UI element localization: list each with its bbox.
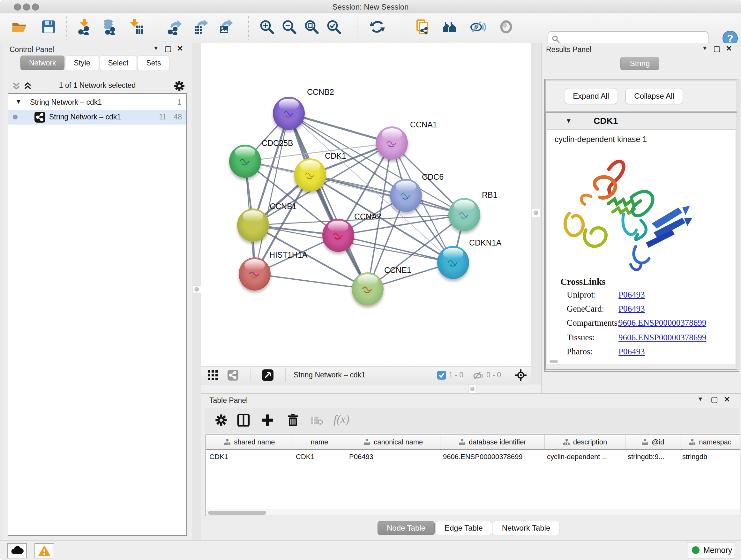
collapse-all-button[interactable]: Collapse All [625,88,683,104]
protein-card-header[interactable]: ▼ CDK1 [546,113,737,129]
crosslink-pharos-link[interactable]: P06493 [618,347,645,357]
tab-network-table[interactable]: Network Table [493,521,560,535]
tab-string[interactable]: String [620,57,659,70]
tab-select[interactable]: Select [99,56,137,70]
network-row-selected[interactable]: String Network – cdk1 11 48 [8,110,186,125]
birds-eye-view-icon[interactable] [262,369,273,381]
app-store-button[interactable] [7,543,27,558]
export-table-button[interactable] [193,18,211,38]
crosslink-genecard-link[interactable]: P06493 [618,304,645,314]
table-row[interactable]: CDK1 CDK1 P06493 9606.ENSP00000378699 cy… [206,450,740,464]
hide-graphics-button[interactable] [469,18,488,38]
export-network-button[interactable] [166,18,185,38]
column-header-description[interactable]: description [545,435,626,449]
tab-network[interactable]: Network [20,56,64,70]
tab-style[interactable]: Style [65,56,98,70]
add-column-plus-icon[interactable] [261,414,274,427]
node-CCNB1[interactable] [237,208,269,242]
zoom-selected-button[interactable] [326,18,344,38]
tab-node-table[interactable]: Node Table [378,521,434,535]
crosslink-compartments-link[interactable]: 9606.ENSP00000378699 [618,318,706,328]
column-header-id[interactable]: @id [625,435,680,449]
share-view-icon[interactable] [227,370,239,381]
left-splitter-grip[interactable] [193,286,201,294]
node-CCNA2[interactable] [322,219,354,252]
zoom-out-button[interactable] [281,18,299,38]
node-CDC25B[interactable] [229,145,261,178]
import-table-button[interactable] [128,18,146,38]
fit-selected-crosshair-icon[interactable] [515,369,527,381]
column-header-database-identifier[interactable]: database identifier [441,435,545,449]
collection-collapse-caret[interactable]: ▼ [15,98,22,105]
node-CDC6[interactable] [390,179,422,212]
protein-collapse-caret[interactable]: ▼ [565,117,572,125]
network-edges [201,43,531,366]
panel-close-icon[interactable]: ✕ [724,395,730,404]
crosslink-uniprot-link[interactable]: P06493 [618,290,645,300]
results-vertical-scrollbar[interactable] [737,79,740,371]
expand-all-button[interactable]: Expand All [565,88,617,104]
tab-edge-table[interactable]: Edge Table [435,521,492,535]
node-label-CCNB1: CCNB1 [270,202,297,211]
cell-shared-name[interactable]: CDK1 [206,450,293,464]
network-options-gear-icon[interactable] [174,80,185,91]
right-splitter[interactable] [531,43,542,393]
cell-namespace[interactable]: stringdb [679,450,738,464]
warnings-button[interactable] [35,543,54,558]
network-collection-row[interactable]: ▼ String Network – cdk1 1 [8,95,186,110]
show-graphics-button[interactable] [498,18,516,38]
node-CCNA1[interactable] [376,126,408,160]
open-session-button[interactable] [11,18,29,38]
save-session-button[interactable] [40,18,59,38]
network-overview-button[interactable] [442,18,460,38]
panel-float-icon[interactable]: ▼ [697,395,703,402]
panel-float-icon[interactable]: ▼ [702,45,708,52]
import-network-from-database-button[interactable] [102,18,120,38]
show-columns-icon[interactable] [237,414,250,427]
cell-description[interactable]: cyclin-dependent ... [544,450,624,464]
memory-button[interactable]: Memory [687,542,735,558]
panel-maximize-icon[interactable]: ▢ [713,44,721,53]
crosslink-label: Uniprot: [567,290,596,300]
import-network-button[interactable] [76,18,94,38]
column-header-shared-name[interactable]: shared name [206,435,293,449]
column-header-namespace[interactable]: namespac [680,435,740,449]
cell-id[interactable]: stringdb:9... [624,450,679,464]
clone-network-button[interactable] [414,18,433,38]
footer-separator [285,368,286,382]
left-splitter[interactable] [192,43,201,540]
export-image-button[interactable] [218,18,236,38]
node-label-CDK1: CDK1 [325,151,346,161]
zoom-fit-button[interactable] [303,18,322,38]
node-HIST1H1A[interactable] [239,257,271,291]
crosslink-tissues-link[interactable]: 9606.ENSP00000378699 [618,333,706,343]
network-view-canvas[interactable]: CCNB2 CCNA1 CDC25B CDK1 CDC6 RB1 CCNB1 C… [201,43,531,366]
node-RB1[interactable] [448,198,480,231]
node-CCNE1[interactable] [352,272,384,306]
node-CCNB2[interactable] [273,97,305,130]
node-CDKN1A[interactable] [437,246,469,279]
panel-maximize-icon[interactable]: ▢ [164,44,172,53]
delete-trash-icon[interactable] [286,414,299,427]
zoom-in-button[interactable] [259,18,277,38]
refresh-button[interactable] [369,18,387,38]
node-CDK1[interactable] [294,159,326,192]
table-scroll-thumb[interactable] [208,511,266,515]
panel-maximize-icon[interactable]: ▢ [711,395,718,404]
grid-view-icon[interactable] [207,370,218,381]
tab-sets[interactable]: Sets [138,56,170,70]
panel-close-icon[interactable]: ✕ [726,44,732,53]
card-horizontal-scroll-thumb[interactable] [549,360,558,363]
table-settings-gear-icon[interactable] [215,414,227,427]
panel-float-icon[interactable]: ▼ [153,45,159,52]
right-splitter-grip[interactable] [532,209,540,217]
cell-canonical-name[interactable]: P06493 [346,450,440,464]
selected-checkbox-icon[interactable] [437,371,446,380]
bottom-splitter-grip[interactable] [468,385,477,393]
table-horizontal-scrollbar[interactable] [206,509,740,516]
column-header-name[interactable]: name [293,435,347,449]
panel-close-icon[interactable]: ✕ [177,44,183,53]
cell-database-identifier[interactable]: 9606.ENSP00000378699 [440,450,544,464]
column-header-canonical-name[interactable]: canonical name [346,435,441,449]
cell-name[interactable]: CDK1 [293,450,346,464]
